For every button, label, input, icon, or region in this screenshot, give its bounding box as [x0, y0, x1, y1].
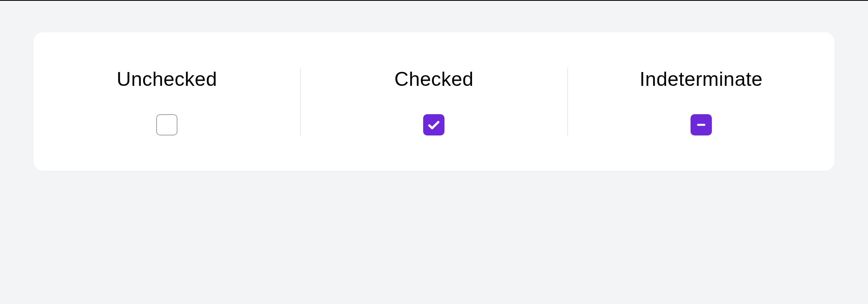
unchecked-column: Unchecked	[34, 68, 300, 135]
minus-icon	[696, 120, 706, 130]
unchecked-label: Unchecked	[117, 68, 217, 91]
checkbox-indeterminate[interactable]	[691, 114, 712, 135]
checked-label: Checked	[394, 68, 474, 91]
checkbox-states-panel: Unchecked Checked Indeterminate	[0, 1, 868, 202]
checkbox-states-card: Unchecked Checked Indeterminate	[34, 32, 834, 171]
checked-column: Checked	[301, 68, 567, 135]
check-icon	[427, 118, 441, 132]
indeterminate-column: Indeterminate	[568, 68, 834, 135]
checkbox-unchecked[interactable]	[156, 114, 177, 135]
checkbox-checked[interactable]	[423, 114, 444, 135]
indeterminate-label: Indeterminate	[640, 68, 763, 91]
